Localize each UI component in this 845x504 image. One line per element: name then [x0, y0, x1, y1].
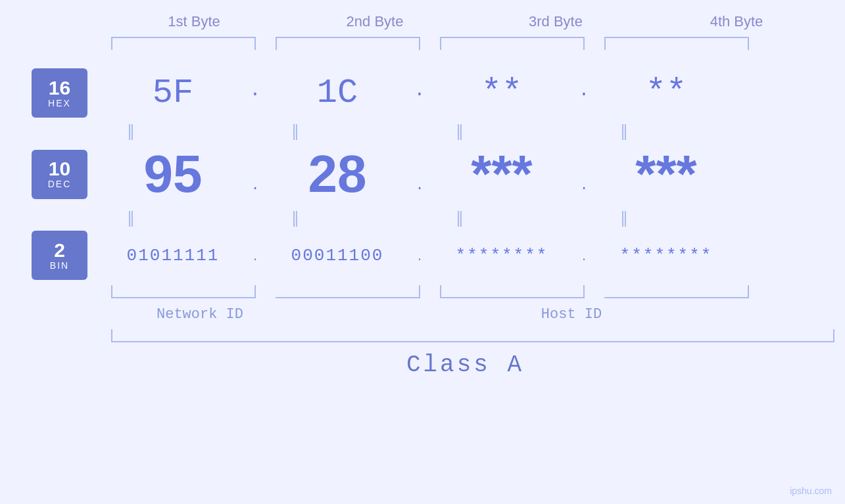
- bin-byte1: 01011111: [101, 246, 245, 265]
- equals-1-b3: ‖: [390, 122, 535, 140]
- equals-2-b1: ‖: [61, 208, 206, 227]
- hex-dot1: .: [245, 80, 265, 106]
- hex-badge: 16 HEX: [32, 68, 87, 118]
- bin-byte4: ********: [594, 246, 738, 265]
- hex-row: 16 HEX 5F . 1C . ** . **: [0, 68, 845, 118]
- dec-values: 95 . 28 . *** . ***: [101, 144, 832, 204]
- dec-row: 10 DEC 95 . 28 . *** . ***: [0, 144, 845, 204]
- main-container: 1st Byte 2nd Byte 3rd Byte 4th Byte 16 H…: [0, 0, 845, 504]
- dec-dot2: .: [410, 154, 429, 194]
- dec-byte3: ***: [429, 144, 574, 204]
- class-label: Class A: [406, 352, 524, 378]
- equals-2-b2: ‖: [226, 208, 370, 227]
- byte-labels-row: 1st Byte 2nd Byte 3rd Byte 4th Byte: [104, 13, 827, 30]
- dec-badge: 10 DEC: [32, 150, 87, 199]
- dec-dot1: .: [245, 154, 265, 194]
- bracket-hostid-bottom-right: [604, 285, 749, 298]
- top-brackets: [111, 37, 834, 50]
- bracket-networkid-bottom-right: [276, 285, 420, 298]
- equals-1-b1: ‖: [61, 122, 206, 140]
- equals-1-b4: ‖: [554, 122, 699, 140]
- bin-values: 01011111 . 00011100 . ******** . *******…: [101, 246, 832, 265]
- host-id-label: Host ID: [473, 306, 670, 323]
- bin-byte3: ********: [429, 246, 574, 265]
- bin-row: 2 BIN 01011111 . 00011100 . ******** . *…: [0, 231, 845, 280]
- equals-row-1: ‖ ‖ ‖ ‖: [61, 119, 785, 143]
- equals-row-2: ‖ ‖ ‖ ‖: [61, 206, 785, 229]
- network-id-label: Network ID: [111, 306, 289, 323]
- bracket-hostid-bottom-left: [440, 285, 585, 298]
- class-row: Class A: [0, 352, 845, 378]
- byte-label-4: 4th Byte: [664, 13, 809, 30]
- bracket-byte3-top: [440, 37, 585, 50]
- bracket-byte1-top: [111, 37, 256, 50]
- bin-dot2: .: [410, 248, 429, 263]
- byte-label-2: 2nd Byte: [302, 13, 447, 30]
- hex-values: 5F . 1C . ** . **: [101, 74, 832, 112]
- equals-2-b4: ‖: [554, 208, 699, 227]
- equals-1-b2: ‖: [226, 122, 370, 140]
- hex-byte3: **: [429, 74, 574, 112]
- byte-label-3: 3rd Byte: [483, 13, 628, 30]
- hex-byte2: 1C: [265, 74, 410, 112]
- hex-byte4: **: [594, 74, 738, 112]
- equals-2-b3: ‖: [390, 208, 535, 227]
- bin-byte2: 00011100: [265, 246, 410, 265]
- hex-byte1: 5F: [101, 74, 245, 112]
- dec-dot3: .: [574, 154, 594, 194]
- bracket-byte4-top: [604, 37, 749, 50]
- bottom-individual-brackets: [111, 285, 834, 298]
- dec-byte2: 28: [265, 144, 410, 204]
- bracket-networkid-bottom-left: [111, 285, 256, 298]
- id-labels: Network ID Host ID: [111, 306, 834, 323]
- bin-badge: 2 BIN: [32, 231, 87, 280]
- bracket-byte2-top: [276, 37, 420, 50]
- bin-dot1: .: [245, 248, 265, 263]
- bin-dot3: .: [574, 248, 594, 263]
- hex-dot2: .: [410, 80, 429, 106]
- bottom-full-bracket: [111, 329, 834, 342]
- watermark: ipshu.com: [790, 486, 832, 496]
- dec-byte4: ***: [594, 144, 738, 204]
- byte-label-1: 1st Byte: [122, 13, 266, 30]
- hex-dot3: .: [574, 80, 594, 106]
- dec-byte1: 95: [101, 144, 245, 204]
